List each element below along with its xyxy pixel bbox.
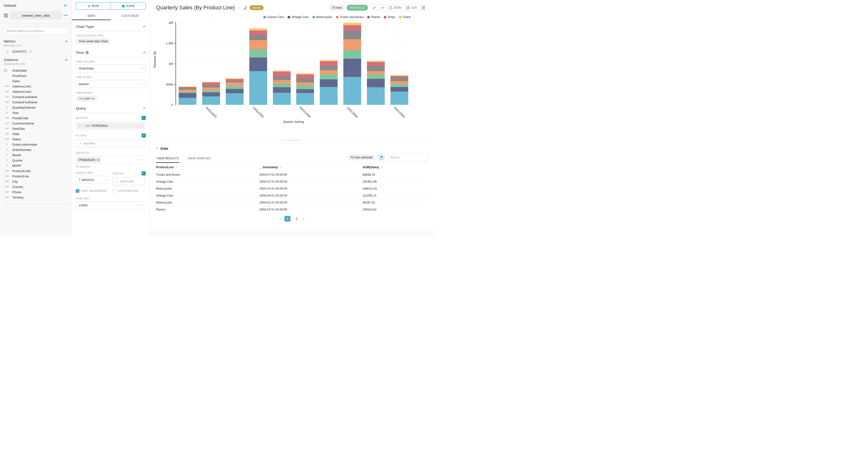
column-list-item[interactable]: ABCStatus xyxy=(4,136,68,142)
bar-segment-vintage-cars[interactable] xyxy=(179,93,196,98)
bar-segment-classic-cars[interactable] xyxy=(391,92,408,105)
column-list-item[interactable]: ABCContactLastName xyxy=(4,94,68,99)
bar-segment-classic-cars[interactable] xyxy=(343,77,361,105)
add-metric-button[interactable]: + xyxy=(142,116,146,120)
embed-code-button[interactable]: </> xyxy=(378,5,386,11)
bar-04/01/2004[interactable] xyxy=(296,73,314,105)
bar-04/01/2005[interactable] xyxy=(391,75,408,105)
add-filter-dropzone[interactable]: + Add filter xyxy=(77,140,145,147)
clear-icon[interactable]: × xyxy=(137,83,139,86)
bar-segment-vintage-cars[interactable] xyxy=(367,79,385,87)
legend-item[interactable]: Classic Cars xyxy=(263,15,284,19)
metric-item[interactable]: ƒ COUNT(*) ? xyxy=(4,50,68,53)
tab-view-results[interactable]: VIEW RESULTS xyxy=(156,155,179,163)
column-list-item[interactable]: ABCAddressLine2 xyxy=(4,89,68,94)
bar-segment-planes[interactable] xyxy=(249,35,267,40)
bar-segment-vintage-cars[interactable] xyxy=(391,87,408,92)
column-list-item[interactable]: #Year xyxy=(4,110,68,115)
time-grain-select[interactable]: quarter × ▾ xyxy=(76,80,146,88)
clear-icon[interactable]: × xyxy=(137,158,139,161)
bar-segment-vintage-cars[interactable] xyxy=(343,59,361,77)
chevron-up-icon[interactable] xyxy=(143,52,146,54)
sort-icon[interactable] xyxy=(279,166,281,168)
column-list-item[interactable]: ABCProductCode xyxy=(4,168,68,174)
bar-segment-ships[interactable] xyxy=(226,79,244,81)
bar-segment-trucks-and-buses[interactable] xyxy=(226,83,244,86)
dataset-name[interactable]: cleaned_sales_data xyxy=(10,11,62,20)
bar-segment-vintage-cars[interactable] xyxy=(202,92,220,96)
bar-segment-trains[interactable] xyxy=(391,75,408,76)
bar-segment-planes[interactable] xyxy=(202,85,220,88)
bar-segment-trains[interactable] xyxy=(273,71,291,72)
column-list-item[interactable]: PriceEach xyxy=(4,73,68,78)
page-button-1[interactable]: 1 xyxy=(284,216,290,222)
column-list-item[interactable]: ABCContactFirstName xyxy=(4,99,68,105)
table-row[interactable]: Planes2004-07-01 00:00:00109114.62 xyxy=(156,206,428,213)
bar-segment-motorcycles[interactable] xyxy=(273,84,291,87)
bar-segment-ships[interactable] xyxy=(391,76,408,77)
tab-customize[interactable]: CUSTOMIZE xyxy=(111,12,150,20)
add-sort-metric-button[interactable]: + xyxy=(142,171,146,176)
bar-segment-classic-cars[interactable] xyxy=(367,87,385,105)
table-row[interactable]: Vintage Cars2005-04-01 00:00:00113255.21 xyxy=(156,192,428,199)
export-csv-button[interactable]: .CSV xyxy=(404,5,419,11)
bar-segment-trains[interactable] xyxy=(367,61,385,62)
bar-segment-ships[interactable] xyxy=(179,87,196,88)
bar-segment-trains[interactable] xyxy=(226,78,244,79)
bar-segment-motorcycles[interactable] xyxy=(391,84,408,87)
copy-data-button[interactable] xyxy=(378,154,385,161)
bar-10/01/2004[interactable] xyxy=(343,23,361,105)
bar-segment-ships[interactable] xyxy=(367,62,385,66)
bar-segment-vintage-cars[interactable] xyxy=(273,87,291,93)
tab-view-samples[interactable]: VIEW SAMPLES xyxy=(187,155,211,163)
table-row[interactable]: Vintage Cars2004-07-01 00:00:00191951.86 xyxy=(156,178,428,185)
export-json-button[interactable]: .JSON xyxy=(386,5,404,11)
bar-segment-planes[interactable] xyxy=(391,77,408,81)
sort-icon[interactable] xyxy=(381,166,383,168)
bar-segment-ships[interactable] xyxy=(202,83,220,85)
bar-segment-planes[interactable] xyxy=(367,66,385,71)
bar-segment-classic-cars[interactable] xyxy=(249,71,267,105)
bar-segment-trains[interactable] xyxy=(320,60,338,61)
bar-segment-trucks-and-buses[interactable] xyxy=(179,90,196,92)
column-list-item[interactable]: #Quarter xyxy=(4,158,68,163)
collapse-data-icon[interactable]: ∨ xyxy=(156,147,158,150)
bar-segment-trucks-and-buses[interactable] xyxy=(367,71,385,75)
column-list-item[interactable]: ABCCustomerName xyxy=(4,121,68,126)
bar-segment-classic-cars[interactable] xyxy=(296,93,314,105)
column-list-item[interactable]: #OrderNumber xyxy=(4,147,68,152)
bar-segment-planes[interactable] xyxy=(226,81,244,83)
bar-segment-ships[interactable] xyxy=(320,61,338,66)
panel-resize-handle[interactable] xyxy=(150,136,434,143)
bar-segment-classic-cars[interactable] xyxy=(226,93,244,105)
bar-segment-trains[interactable] xyxy=(202,82,220,83)
bar-10/01/2003[interactable] xyxy=(249,28,267,105)
column-list-item[interactable]: ABCPostalCode xyxy=(4,115,68,121)
chevron-up-icon[interactable] xyxy=(143,107,146,109)
bar-segment-ships[interactable] xyxy=(296,74,314,78)
chevron-right-icon[interactable]: › xyxy=(139,124,145,128)
bar-segment-motorcycles[interactable] xyxy=(296,85,314,89)
bar-segment-planes[interactable] xyxy=(320,66,338,70)
column-list-item[interactable]: Sales xyxy=(4,78,68,84)
dataset-more-icon[interactable]: ••• xyxy=(63,13,68,17)
bar-segment-motorcycles[interactable] xyxy=(179,92,196,93)
metric-pill[interactable]: × ƒ(x) SUM(Sales) › xyxy=(77,123,145,129)
column-list-item[interactable]: #QuantityOrdered xyxy=(4,105,68,110)
column-list-item[interactable]: #Month xyxy=(4,152,68,158)
bar-segment-ships[interactable] xyxy=(273,72,291,76)
bar-01/01/2005[interactable] xyxy=(367,61,385,105)
bar-segment-motorcycles[interactable] xyxy=(249,49,267,57)
bar-segment-trucks-and-buses[interactable] xyxy=(249,40,267,49)
groupby-select[interactable]: ProductLine × × ▾ xyxy=(76,156,146,164)
metrics-collapse-icon[interactable] xyxy=(65,40,68,42)
bar-segment-trucks-and-buses[interactable] xyxy=(296,83,314,85)
sort-descending-checkbox[interactable]: ✓ xyxy=(76,189,79,193)
search-input[interactable] xyxy=(4,27,68,35)
time-column-select[interactable]: OrderDate ▾ xyxy=(76,64,146,72)
column-list-item[interactable]: OrderDate xyxy=(4,68,68,73)
bar-segment-trucks-and-buses[interactable] xyxy=(273,80,291,84)
chart-canvas[interactable]: Classic CarsVintage CarsMotorcyclesTruck… xyxy=(150,12,434,136)
collapse-sidebar-icon[interactable] xyxy=(64,4,68,7)
bar-segment-vintage-cars[interactable] xyxy=(320,79,338,87)
